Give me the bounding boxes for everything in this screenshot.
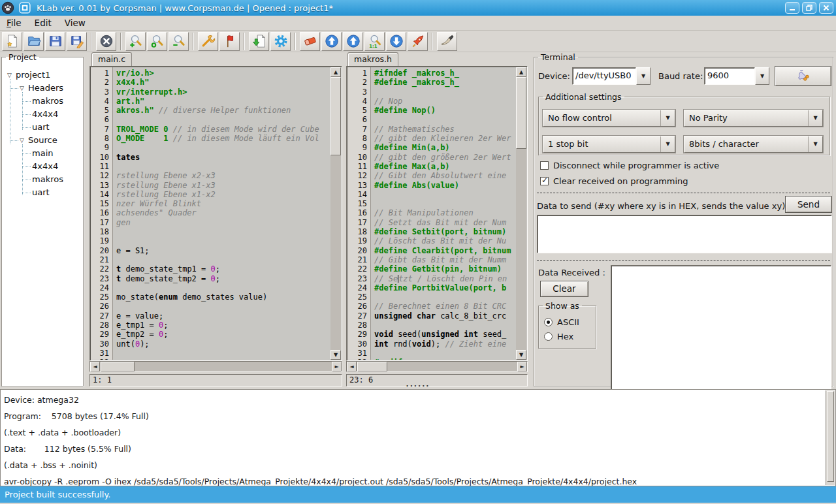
checkbox-icon[interactable]: ✓ xyxy=(540,161,549,170)
chevron-down-icon[interactable]: ▼ xyxy=(808,110,822,126)
editor-main-c-frame[interactable]: 1234567891011121314151617181920212223242… xyxy=(89,66,342,361)
toolbar-separator xyxy=(432,33,433,50)
scroll-left-icon[interactable]: ◄ xyxy=(90,362,100,371)
radio-icon[interactable] xyxy=(544,318,553,326)
expander-icon[interactable]: ▽ xyxy=(20,134,28,147)
zoom-default-button[interactable] xyxy=(147,32,167,51)
download-flash-button[interactable] xyxy=(386,32,406,51)
tree-item-4x4x4[interactable]: 4x4x4 xyxy=(3,108,82,121)
disconnect-checkbox[interactable]: ✓ Disconnect while programmer is active xyxy=(540,161,719,170)
erase-chip-button[interactable] xyxy=(300,32,320,51)
scroll-up-icon[interactable]: ▲ xyxy=(516,67,526,77)
send-data-input[interactable] xyxy=(537,215,832,253)
code-line: vr/io.h> xyxy=(116,69,330,78)
tree-item-makros[interactable]: makros xyxy=(3,95,82,108)
editor-main-c-vscrollbar[interactable]: ▲ ▼ xyxy=(330,67,341,360)
tree-item-uart[interactable]: uart xyxy=(3,121,82,134)
splitter-handle[interactable]: ······ xyxy=(398,385,438,389)
baud-rate-value[interactable]: 9600 xyxy=(704,67,755,85)
hex-radio[interactable]: Hex xyxy=(544,332,573,341)
checkbox-icon[interactable]: ✓ xyxy=(540,177,549,185)
menu-edit[interactable]: Edit xyxy=(28,16,58,29)
editor-makros-h-vscrollbar[interactable]: ▲ ▼ xyxy=(516,67,526,360)
radio-icon[interactable] xyxy=(544,332,553,341)
minimize-button[interactable] xyxy=(785,2,799,14)
open-file-icon xyxy=(27,34,41,48)
connect-button[interactable] xyxy=(775,66,831,86)
tab-main-c[interactable]: main.c xyxy=(91,52,132,67)
open-file-button[interactable] xyxy=(24,32,44,51)
scroll-down-icon[interactable]: ▼ xyxy=(516,350,526,360)
new-file-button[interactable] xyxy=(2,32,22,51)
scroll-down-icon[interactable]: ▼ xyxy=(330,350,341,360)
chevron-down-icon[interactable]: ▼ xyxy=(636,67,651,85)
bookmark-flag-button[interactable] xyxy=(219,32,240,51)
expander-icon[interactable]: ▽ xyxy=(20,82,28,95)
flow-control-dropdown[interactable]: No flow control▼ xyxy=(543,110,675,127)
bits-per-char-dropdown[interactable]: 8bits / character▼ xyxy=(684,136,823,153)
tree-item-uart[interactable]: uart xyxy=(3,186,82,199)
line-number: 13 xyxy=(347,181,367,190)
editor-main-c-hscrollbar[interactable]: ◄ ► xyxy=(89,361,342,372)
tree-item-Source[interactable]: ▽Source xyxy=(3,134,82,147)
send-button[interactable]: Send xyxy=(785,196,832,213)
scroll-up-icon[interactable]: ▲ xyxy=(330,67,341,77)
vscroll-thumb[interactable] xyxy=(827,391,834,482)
close-button[interactable] xyxy=(819,2,833,14)
vscroll-thumb[interactable] xyxy=(516,77,526,149)
editor-makros-h-frame[interactable]: 1234567891011121314151617181920212223242… xyxy=(346,66,528,361)
upload-flash-button[interactable] xyxy=(321,32,342,51)
tree-item-project1[interactable]: ▽project1 xyxy=(3,69,82,82)
verify-1-1-button[interactable]: 1:1 xyxy=(364,32,385,51)
chevron-down-icon[interactable]: ▼ xyxy=(808,136,822,152)
restore-button[interactable] xyxy=(802,2,816,14)
chevron-down-icon[interactable]: ▼ xyxy=(660,136,675,152)
tree-item-4x4x4[interactable]: 4x4x4 xyxy=(3,160,82,173)
upload-eeprom-button[interactable] xyxy=(343,32,363,51)
menu-view[interactable]: View xyxy=(58,16,92,29)
code-line: t demo_state_tmp2 = 0; xyxy=(116,274,330,283)
zoom-out-button[interactable] xyxy=(169,32,189,51)
scroll-left-icon[interactable]: ◄ xyxy=(347,362,357,371)
expander-icon[interactable]: ▽ xyxy=(7,69,16,82)
run-rocket-button[interactable] xyxy=(408,32,428,51)
chevron-down-icon[interactable]: ▼ xyxy=(660,110,675,126)
zoom-in-button[interactable] xyxy=(125,32,146,51)
import-source-button[interactable] xyxy=(249,32,269,51)
editor-makros-h-hscrollbar[interactable]: ◄ ► xyxy=(346,361,528,372)
editor-0-code[interactable]: vr/io.h>x4x4.h"vr/interrupt.h>art.h"akro… xyxy=(114,67,330,360)
editor-1-code[interactable]: #ifndef _makros_h_#define _makros_h_// N… xyxy=(372,67,516,360)
tree-item-Headers[interactable]: ▽Headers xyxy=(3,82,82,95)
output-scrollbar[interactable] xyxy=(826,390,835,485)
configure-wrench-button[interactable] xyxy=(198,32,218,51)
parity-dropdown[interactable]: No Parity▼ xyxy=(684,110,823,127)
baud-rate-combobox[interactable]: 9600 ▼ xyxy=(704,67,769,85)
scroll-right-icon[interactable]: ► xyxy=(332,362,342,371)
clear-button[interactable]: Clear xyxy=(540,281,588,297)
code-line: // gibt den Kleineren 2er Wer xyxy=(374,134,516,143)
ascii-radio[interactable]: ASCII xyxy=(544,317,579,327)
clear-received-checkbox[interactable]: ✓ Clear received on programming xyxy=(540,176,688,186)
received-data-view[interactable] xyxy=(611,265,831,391)
upload-eeprom-icon xyxy=(346,34,361,48)
code-line: // Nop xyxy=(374,97,516,106)
hscroll-thumb[interactable] xyxy=(357,362,387,371)
scroll-right-icon[interactable]: ► xyxy=(517,362,527,371)
clean-brush-button[interactable] xyxy=(437,32,457,51)
tree-item-makros[interactable]: makros xyxy=(3,173,82,186)
settings-gear-button[interactable] xyxy=(270,32,291,51)
vscroll-thumb[interactable] xyxy=(330,77,341,155)
chevron-down-icon[interactable]: ▼ xyxy=(755,67,769,85)
tab-makros-h[interactable]: makros.h xyxy=(347,52,398,67)
device-value[interactable]: /dev/ttyUSB0 xyxy=(572,67,636,85)
separator xyxy=(537,260,830,261)
save-file-button[interactable] xyxy=(45,32,65,51)
close-editor-button[interactable] xyxy=(96,32,116,51)
tree-item-main[interactable]: main xyxy=(3,147,82,160)
status-bar: Project built successfully. xyxy=(0,486,836,503)
hscroll-thumb[interactable] xyxy=(101,362,135,371)
menu-file[interactable]: File xyxy=(0,16,28,29)
device-combobox[interactable]: /dev/ttyUSB0 ▼ xyxy=(572,67,651,85)
save-file-as-button[interactable] xyxy=(67,32,87,51)
stop-bits-dropdown[interactable]: 1 stop bit▼ xyxy=(543,136,675,153)
